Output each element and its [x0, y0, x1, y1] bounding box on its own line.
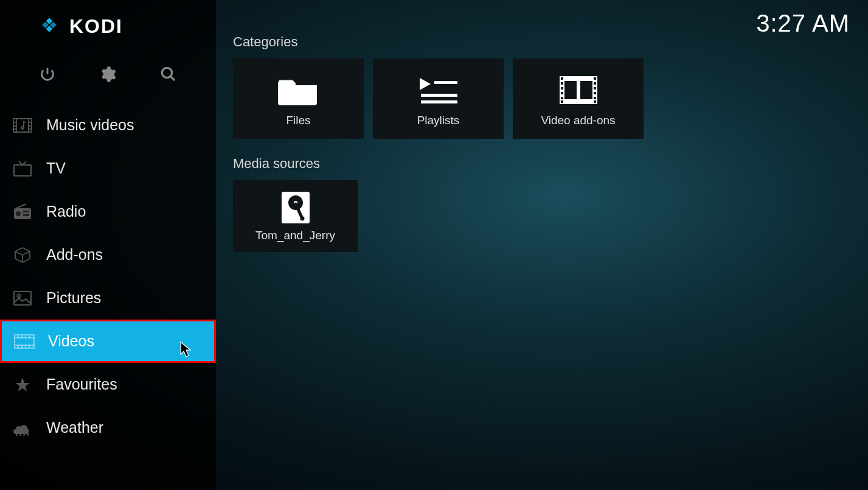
media-sources-heading: Media sources: [233, 156, 856, 172]
radio-icon: [10, 203, 35, 220]
categories-tiles: Files Playlists: [233, 58, 856, 139]
svg-point-4: [162, 68, 172, 77]
picture-icon: [10, 290, 35, 306]
svg-rect-55: [594, 87, 596, 89]
tile-label: Tom_and_Jerry: [255, 229, 335, 242]
tile-label: Files: [286, 114, 310, 127]
filmstrip-icon: [560, 70, 597, 110]
nav-item-addons[interactable]: Add-ons: [0, 233, 216, 276]
kodi-logo-icon: [38, 13, 61, 39]
svg-rect-57: [594, 97, 596, 99]
nav-label: Favourites: [46, 376, 117, 393]
nav-label: Videos: [48, 332, 94, 350]
svg-marker-40: [420, 78, 431, 90]
svg-rect-41: [434, 81, 457, 84]
svg-rect-54: [594, 82, 596, 85]
svg-rect-43: [421, 100, 457, 103]
svg-rect-52: [561, 100, 563, 103]
toolbar: [0, 50, 216, 103]
nav-label: Weather: [46, 419, 103, 436]
search-button[interactable]: [156, 62, 181, 86]
nav-label: Add-ons: [46, 246, 103, 264]
svg-rect-50: [561, 92, 563, 94]
tv-icon: [10, 160, 35, 177]
svg-rect-23: [14, 292, 31, 305]
tile-files[interactable]: Files: [233, 58, 364, 139]
harddrive-icon: [280, 190, 311, 225]
nav-menu: Music videos TV Radio: [0, 103, 216, 490]
app-title: KODI: [69, 15, 123, 38]
nav-label: Radio: [46, 203, 86, 220]
svg-point-62: [300, 217, 304, 221]
nav-item-pictures[interactable]: Pictures: [0, 276, 216, 320]
tile-playlists[interactable]: Playlists: [373, 58, 504, 139]
nav-item-radio[interactable]: Radio: [0, 190, 216, 233]
svg-rect-21: [23, 214, 29, 216]
weather-icon: [10, 419, 35, 436]
svg-line-22: [16, 204, 26, 208]
media-sources-tiles: Tom_and_Jerry: [233, 180, 856, 252]
svg-rect-45: [564, 81, 577, 99]
film-icon: [12, 334, 37, 349]
nav-item-weather[interactable]: Weather: [0, 406, 216, 449]
tile-video-addons[interactable]: Video add-ons: [513, 58, 644, 139]
star-icon: [10, 376, 35, 393]
nav-label: TV: [46, 159, 66, 177]
svg-point-24: [18, 294, 21, 297]
box-icon: [10, 247, 35, 264]
svg-rect-3: [46, 26, 53, 32]
content-area: Categories Files Playlists: [233, 34, 856, 269]
svg-rect-42: [421, 94, 457, 97]
svg-rect-15: [14, 165, 31, 176]
playlist-icon: [418, 70, 459, 110]
svg-rect-49: [561, 87, 563, 89]
tile-label: Playlists: [417, 114, 460, 127]
power-button[interactable]: [35, 62, 60, 86]
music-video-icon: [10, 117, 35, 134]
nav-item-videos[interactable]: Videos: [0, 320, 216, 363]
settings-button[interactable]: [95, 62, 120, 86]
nav-label: Pictures: [46, 289, 101, 307]
svg-rect-56: [594, 92, 596, 94]
logo: KODI: [0, 0, 216, 50]
svg-rect-25: [15, 335, 34, 348]
tile-media-source[interactable]: Tom_and_Jerry: [233, 180, 358, 252]
nav-item-music-videos[interactable]: Music videos: [0, 103, 216, 147]
clock: 3:27 AM: [756, 10, 850, 37]
tile-label: Video add-ons: [541, 114, 615, 127]
svg-rect-0: [46, 18, 53, 24]
svg-rect-58: [594, 100, 596, 103]
nav-item-favourites[interactable]: Favourites: [0, 363, 216, 406]
svg-rect-51: [561, 97, 563, 99]
svg-line-5: [171, 77, 175, 80]
svg-rect-47: [561, 77, 563, 80]
categories-heading: Categories: [233, 34, 856, 50]
folder-icon: [277, 70, 321, 110]
sidebar: KODI: [0, 0, 216, 490]
svg-rect-46: [580, 81, 592, 99]
svg-rect-48: [561, 82, 563, 85]
svg-rect-20: [23, 211, 29, 212]
svg-rect-53: [594, 77, 596, 80]
svg-point-19: [16, 211, 21, 216]
nav-label: Music videos: [46, 116, 134, 134]
nav-item-tv[interactable]: TV: [0, 147, 216, 190]
